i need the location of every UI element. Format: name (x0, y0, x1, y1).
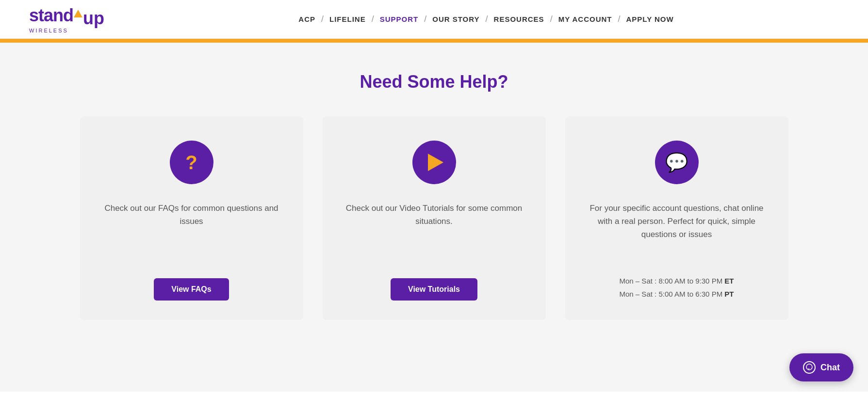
chat-hours: Mon – Sat : 8:00 AM to 9:30 PM ET Mon – … (620, 274, 734, 301)
header: stand up WIRELESS ACP / LIFELINE / SUPPO… (0, 0, 868, 39)
chat-hours-pt: Mon – Sat : 5:00 AM to 6:30 PM PT (620, 287, 734, 301)
nav-lifeline[interactable]: LIFELINE (324, 15, 372, 23)
main-content: Need Some Help? ? Check out our FAQs for… (0, 43, 868, 392)
chat-hours-pt-bold: PT (724, 290, 734, 298)
logo-stand: stand (29, 5, 73, 26)
logo[interactable]: stand up WIRELESS (29, 5, 104, 33)
svg-point-0 (806, 364, 812, 370)
logo-up-group: up (73, 8, 104, 29)
cards-container: ? Check out our FAQs for common question… (39, 116, 829, 320)
page-title: Need Some Help? (39, 72, 829, 92)
main-nav: ACP / LIFELINE / SUPPORT / OUR STORY / R… (133, 14, 839, 24)
nav-resources[interactable]: RESOURCES (488, 15, 550, 23)
nav-my-account[interactable]: MY ACCOUNT (553, 15, 618, 23)
logo-wireless: WIRELESS (29, 28, 68, 33)
chat-description: For your specific account questions, cha… (585, 202, 769, 254)
view-tutorials-button[interactable]: View Tutorials (391, 278, 477, 301)
nav-acp[interactable]: ACP (293, 15, 321, 23)
tutorials-description: Check out our Video Tutorials for some c… (342, 202, 526, 264)
chat-card: 💬 For your specific account questions, c… (565, 116, 788, 320)
chat-hours-et: Mon – Sat : 8:00 AM to 9:30 PM ET (620, 274, 734, 287)
faq-icon-circle: ? (170, 141, 213, 184)
nav-apply-now[interactable]: APPLY NOW (621, 15, 680, 23)
question-mark-icon: ? (185, 152, 197, 174)
chat-bubble-icon: 💬 (665, 152, 688, 173)
logo-up: up (83, 8, 104, 29)
nav-support[interactable]: SUPPORT (374, 15, 425, 23)
tutorials-icon-circle (412, 141, 456, 184)
logo-up-arrow-icon (74, 10, 82, 17)
chat-fab-button[interactable]: Chat (789, 353, 853, 381)
chat-icon-circle: 💬 (655, 141, 699, 184)
faq-card: ? Check out our FAQs for common question… (80, 116, 303, 320)
play-icon (428, 154, 443, 171)
chat-hours-et-prefix: Mon – Sat : 8:00 AM to 9:30 PM (620, 277, 725, 285)
faq-description: Check out our FAQs for common questions … (99, 202, 284, 264)
chat-fab-label: Chat (820, 363, 840, 373)
chat-fab-icon (803, 361, 816, 374)
nav-our-story[interactable]: OUR STORY (426, 15, 485, 23)
chat-hours-et-bold: ET (724, 277, 734, 285)
view-faqs-button[interactable]: View FAQs (154, 278, 229, 301)
chat-fab-bubble-svg (805, 364, 813, 371)
tutorials-card: Check out our Video Tutorials for some c… (323, 116, 546, 320)
chat-hours-pt-prefix: Mon – Sat : 5:00 AM to 6:30 PM (620, 290, 725, 298)
yellow-accent-bar (0, 39, 868, 43)
